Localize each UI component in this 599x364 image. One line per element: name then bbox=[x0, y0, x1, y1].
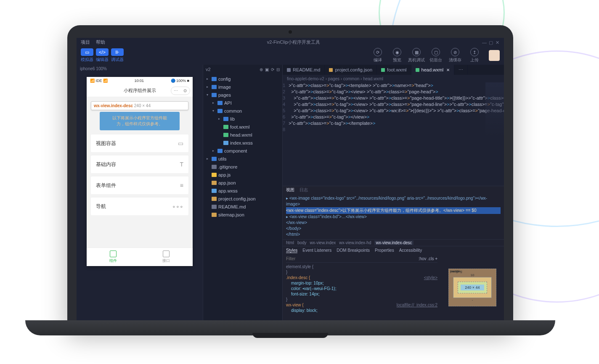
minimize-icon[interactable]: — bbox=[482, 40, 486, 44]
capsule: ⋯ ⊙ bbox=[171, 87, 190, 95]
nav-bar: 小程序组件展示 ⋯ ⊙ bbox=[87, 84, 193, 97]
laptop-notch bbox=[252, 333, 328, 338]
filter-input[interactable] bbox=[286, 256, 328, 261]
tool-cache[interactable]: ⊘清缓存 bbox=[447, 48, 464, 63]
tree-node[interactable]: ▸image bbox=[203, 83, 282, 91]
tool-preview[interactable]: ◉预览 bbox=[389, 48, 406, 63]
devtools-tab-console[interactable]: 日志 bbox=[300, 187, 308, 193]
tree-node[interactable]: app.wxss bbox=[203, 187, 282, 195]
selected-element[interactable]: 以下将展示小程序官方组件能力，组件样式仅供参考。 bbox=[100, 112, 180, 130]
status-bar: 📶 IDE 📶 10:01 🔵 100% ■ bbox=[87, 77, 193, 84]
crumb-item[interactable]: html bbox=[286, 240, 294, 245]
tab-styles[interactable]: Styles bbox=[286, 248, 297, 253]
laptop-base bbox=[25, 320, 555, 335]
tooltip-element: wx-view.index-desc bbox=[94, 103, 133, 108]
status-right: 🔵 100% ■ bbox=[171, 79, 189, 83]
device-label[interactable]: iphone6 100% bbox=[77, 65, 203, 73]
tree-node[interactable]: ▸API bbox=[203, 99, 282, 107]
tree-node[interactable]: .gitignore bbox=[203, 163, 282, 171]
editor-tab[interactable]: foot.wxml bbox=[377, 65, 411, 75]
refresh-icon[interactable]: ⟳ bbox=[271, 67, 274, 72]
more-tabs-icon[interactable]: ⋯ bbox=[454, 65, 468, 75]
project-root[interactable]: v2 bbox=[206, 67, 211, 72]
tab-dom-breakpoints[interactable]: DOM Breakpoints bbox=[337, 248, 370, 253]
tree-node[interactable]: ▸config bbox=[203, 75, 282, 83]
list-item[interactable]: 导航∘∘∘ bbox=[91, 198, 188, 215]
close-tab-icon[interactable]: ✕ bbox=[446, 68, 450, 72]
editor-tab[interactable]: README.md bbox=[283, 65, 325, 75]
toolbar: ▭模拟器 </>编辑器 ⊪调试器 ⟳编译 ◉预览 ▦真机调试 ▢切后台 ⊘清缓存… bbox=[77, 46, 504, 65]
breadcrumb[interactable]: fino-applet-demo-v2 › pages › common › h… bbox=[283, 75, 504, 82]
list-item[interactable]: 表单组件≡ bbox=[91, 177, 188, 194]
tree-node[interactable]: project.config.json bbox=[203, 195, 282, 203]
capsule-close-icon[interactable]: ⊙ bbox=[180, 87, 190, 95]
close-icon[interactable]: ✕ bbox=[496, 40, 500, 44]
tree-node[interactable]: ▸component bbox=[203, 147, 282, 155]
box-model[interactable]: margin 10 border padding 240 × 44 - bbox=[441, 254, 504, 320]
maximize-icon[interactable]: ▢ bbox=[489, 40, 493, 44]
mode-debugger[interactable]: ⊪调试器 bbox=[111, 48, 124, 63]
tree-node[interactable]: ▸lib bbox=[203, 115, 282, 123]
tool-compile[interactable]: ⟳编译 bbox=[369, 48, 386, 63]
file-explorer: v2 ⊕ ▣ ⟳ ⊟ ▸config▸image▾pages▸API▾commo… bbox=[203, 65, 283, 320]
new-file-icon[interactable]: ⊕ bbox=[260, 67, 263, 72]
tool-upload[interactable]: ↥上传 bbox=[466, 48, 483, 63]
tab-bar: 组件 接口 bbox=[87, 248, 193, 266]
collapse-icon[interactable]: ⊟ bbox=[276, 67, 280, 72]
tool-remote[interactable]: ▦真机调试 bbox=[408, 48, 425, 63]
editor-tab[interactable]: project.config.json bbox=[325, 65, 377, 75]
tab-properties[interactable]: Properties bbox=[375, 248, 394, 253]
status-time: 10:01 bbox=[135, 79, 144, 83]
laptop-frame: 项目 帮助 v2-FinClip小程序开发工具 — ▢ ✕ ▭模拟器 </>编辑… bbox=[67, 25, 513, 328]
capsule-menu-icon[interactable]: ⋯ bbox=[171, 87, 180, 95]
tab-component[interactable]: 组件 bbox=[87, 248, 140, 266]
menu-project[interactable]: 项目 bbox=[81, 39, 90, 45]
crumb-item[interactable]: wx-view.index-desc bbox=[374, 240, 413, 245]
minimap[interactable] bbox=[485, 82, 504, 137]
tree-node[interactable]: app.json bbox=[203, 179, 282, 187]
window-title: v2-FinClip小程序开发工具 bbox=[111, 39, 476, 45]
nav-title: 小程序组件展示 bbox=[124, 87, 156, 94]
editor-pane: README.mdproject.config.jsonfoot.wxmlhea… bbox=[283, 65, 504, 320]
code-editor[interactable]: 12345678 >"c-attr">>class>=>"c-tag">><te… bbox=[283, 82, 504, 186]
window-controls: — ▢ ✕ bbox=[482, 40, 500, 44]
inspect-tooltip: wx-view.index-desc 240 × 44 bbox=[91, 101, 188, 110]
tree-node[interactable]: ▾pages bbox=[203, 91, 282, 99]
mode-editor[interactable]: </>编辑器 bbox=[96, 48, 109, 63]
styles-tabs: Styles Event Listeners DOM Breakpoints P… bbox=[283, 246, 504, 254]
hov-toggle[interactable]: :hov bbox=[419, 256, 427, 261]
tab-api[interactable]: 接口 bbox=[140, 248, 193, 266]
tab-listeners[interactable]: Event Listeners bbox=[302, 248, 331, 253]
camera-dot bbox=[289, 30, 292, 34]
editor-tabs: README.mdproject.config.jsonfoot.wxmlhea… bbox=[283, 65, 504, 75]
add-rule-icon[interactable]: + bbox=[435, 256, 437, 261]
new-folder-icon[interactable]: ▣ bbox=[265, 67, 269, 72]
dom-breadcrumb[interactable]: htmlbodywx-view.indexwx-view.index-hdwx-… bbox=[283, 239, 504, 246]
styles-panel[interactable]: :hov .cls + element.style { } <style>.in… bbox=[283, 254, 441, 320]
dom-tree[interactable]: ▸ <wx-image class="index-logo" src="../r… bbox=[283, 194, 504, 239]
crumb-item[interactable]: wx-view.index-hd bbox=[339, 240, 371, 245]
devtools-tab-elements[interactable]: 视图 bbox=[286, 187, 294, 193]
tree-node[interactable]: head.wxml bbox=[203, 131, 282, 139]
menubar: 项目 帮助 v2-FinClip小程序开发工具 — ▢ ✕ bbox=[77, 38, 504, 46]
tree-node[interactable]: index.wxss bbox=[203, 139, 282, 147]
tree-node[interactable]: ▸utils bbox=[203, 155, 282, 163]
dom-selected-node: <wx-view class="index-desc">以下将展示小程序官方组件… bbox=[286, 207, 501, 214]
tab-accessibility[interactable]: Accessibility bbox=[399, 248, 422, 253]
tool-background[interactable]: ▢切后台 bbox=[427, 48, 444, 63]
tree-node[interactable]: README.md bbox=[203, 203, 282, 211]
editor-tab[interactable]: head.wxml✕ bbox=[411, 65, 455, 75]
menu-help[interactable]: 帮助 bbox=[96, 39, 105, 45]
ide-window: 项目 帮助 v2-FinClip小程序开发工具 — ▢ ✕ ▭模拟器 </>编辑… bbox=[77, 38, 504, 320]
cls-toggle[interactable]: .cls bbox=[427, 256, 434, 261]
list-item[interactable]: 视图容器▭ bbox=[91, 135, 188, 152]
tree-node[interactable]: sitemap.json bbox=[203, 211, 282, 219]
crumb-item[interactable]: wx-view.index bbox=[310, 240, 336, 245]
mode-simulator[interactable]: ▭模拟器 bbox=[81, 48, 93, 63]
crumb-item[interactable]: body bbox=[297, 240, 307, 245]
list-item[interactable]: 基础内容T bbox=[91, 156, 188, 173]
tree-node[interactable]: foot.wxml bbox=[203, 123, 282, 131]
tree-node[interactable]: app.js bbox=[203, 171, 282, 179]
avatar[interactable] bbox=[489, 50, 500, 61]
tree-node[interactable]: ▾common bbox=[203, 107, 282, 115]
